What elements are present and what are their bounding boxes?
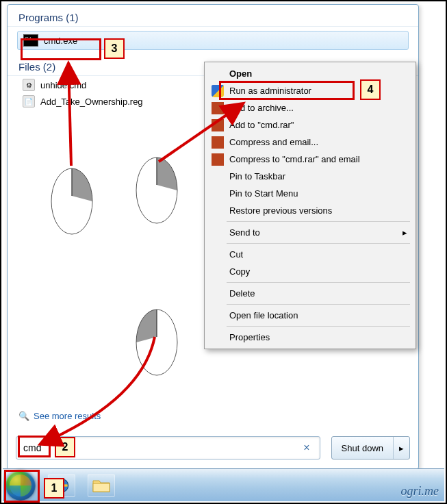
annotation-arrow (1, 1, 447, 504)
watermark: ogri.me (401, 484, 439, 499)
